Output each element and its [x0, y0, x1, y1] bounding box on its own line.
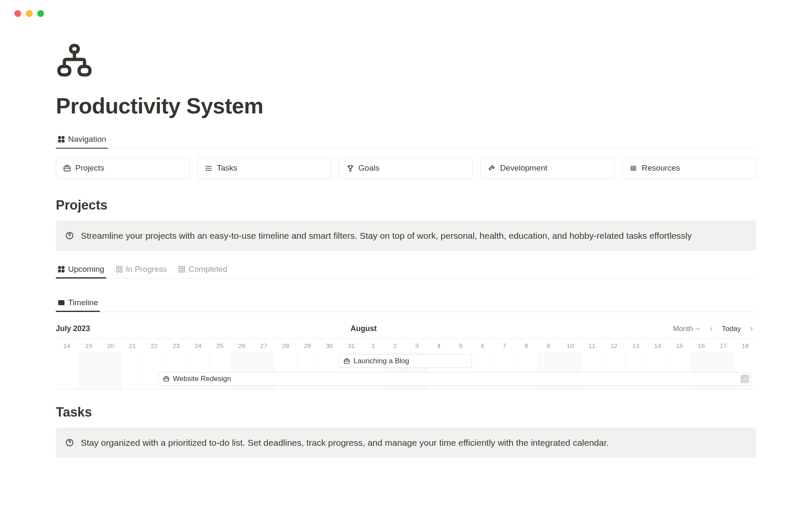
briefcase-icon	[163, 375, 170, 382]
minimize-window-button[interactable]	[26, 10, 33, 17]
help-icon	[65, 231, 74, 240]
timeline-day: 4	[428, 342, 450, 349]
timeline-header: July 2023 August Month Today	[56, 320, 756, 339]
timeline-day: 9	[538, 342, 560, 349]
timeline-day: 24	[187, 342, 209, 349]
projects-view-tabs: Upcoming In Progress Completed	[56, 261, 756, 279]
timeline-day: 19	[78, 342, 100, 349]
zoom-window-button[interactable]	[37, 10, 44, 17]
navigation-tabs: Navigation	[56, 131, 756, 149]
timeline-bar-website-redesign[interactable]: Website Redesign	[158, 372, 751, 386]
timeline-day: 31	[340, 342, 362, 349]
timeline-day: 14	[647, 342, 669, 349]
timeline-day: 28	[275, 342, 297, 349]
timeline-day: 26	[231, 342, 253, 349]
timeline-today-button[interactable]: Today	[720, 324, 743, 334]
timeline-prev-button[interactable]	[707, 325, 716, 333]
projects-heading: Projects	[56, 198, 756, 213]
timeline-day: 11	[581, 342, 603, 349]
tab-label: Upcoming	[68, 265, 104, 274]
help-icon	[65, 438, 74, 447]
tasks-callout: Stay organized with a prioritized to-do …	[56, 428, 756, 458]
timeline-day: 12	[603, 342, 625, 349]
timeline-bar-label: Launching a Blog	[354, 357, 409, 365]
nav-cards-row: Projects Tasks Goals Development Resourc…	[56, 157, 756, 179]
nav-card-label: Projects	[75, 163, 104, 173]
timeline-bar-label: Website Redesign	[173, 375, 231, 383]
tab-label: Timeline	[68, 298, 98, 307]
timeline-day: 21	[121, 342, 143, 349]
tasks-heading: Tasks	[56, 405, 756, 420]
timeline-day: 29	[296, 342, 318, 349]
nav-card-label: Resources	[642, 163, 680, 173]
tab-label: Completed	[189, 265, 228, 274]
timeline-body[interactable]: Launching a Blog Website Redesign	[56, 352, 756, 389]
timeline-day: 10	[559, 342, 581, 349]
timeline-day: 5	[450, 342, 472, 349]
tab-label: Navigation	[68, 135, 106, 144]
timeline-scale-select[interactable]: Month	[671, 324, 702, 334]
timeline-view-tabs: Timeline	[56, 295, 756, 312]
nav-card-projects[interactable]: Projects	[56, 157, 190, 179]
chevron-left-icon	[708, 326, 714, 332]
nav-card-goals[interactable]: Goals	[339, 157, 473, 179]
chevron-down-icon	[695, 326, 701, 332]
nav-card-tasks[interactable]: Tasks	[198, 157, 332, 179]
timeline-day: 15	[669, 342, 691, 349]
tab-completed[interactable]: Completed	[176, 261, 229, 278]
nav-card-label: Tasks	[217, 163, 238, 173]
page-title: Productivity System	[56, 93, 756, 119]
nav-card-resources[interactable]: Resources	[622, 157, 756, 179]
tab-label: In Progress	[126, 265, 167, 274]
timeline-next-button[interactable]	[747, 325, 756, 333]
tab-navigation[interactable]: Navigation	[56, 131, 108, 148]
page-icon[interactable]	[56, 42, 756, 81]
timeline-range-secondary: August	[351, 324, 377, 333]
timeline-day: 13	[625, 342, 647, 349]
window-traffic-lights	[0, 0, 812, 17]
nav-card-development[interactable]: Development	[480, 157, 614, 179]
timeline-day: 23	[165, 342, 187, 349]
callout-text: Streamline your projects with an easy-to…	[81, 229, 692, 243]
timeline-day-scale: 1419202122232425262728293031123456789101…	[56, 339, 756, 352]
overflow-right-icon	[741, 375, 749, 383]
timeline-day: 25	[209, 342, 231, 349]
briefcase-icon	[343, 358, 350, 364]
timeline-range-primary: July 2023	[56, 324, 90, 333]
nav-card-label: Goals	[359, 163, 380, 173]
tab-upcoming[interactable]: Upcoming	[56, 261, 106, 278]
timeline-day: 1	[362, 342, 384, 349]
timeline-day: 27	[253, 342, 275, 349]
timeline-day: 18	[734, 342, 756, 349]
timeline-day: 22	[143, 342, 165, 349]
timeline-day: 20	[100, 342, 122, 349]
timeline-day: 30	[318, 342, 340, 349]
timeline-bar-launching-a-blog[interactable]: Launching a Blog	[339, 354, 472, 368]
chevron-right-icon	[749, 326, 754, 332]
timeline-day: 7	[494, 342, 516, 349]
timeline-day: 6	[472, 342, 494, 349]
timeline-day: 17	[713, 342, 735, 349]
timeline-day: 8	[516, 342, 538, 349]
close-window-button[interactable]	[14, 10, 21, 17]
callout-text: Stay organized with a prioritized to-do …	[81, 436, 609, 450]
timeline-day: 14	[56, 342, 78, 349]
tab-timeline[interactable]: Timeline	[56, 295, 100, 312]
projects-callout: Streamline your projects with an easy-to…	[56, 221, 756, 251]
timeline-day: 16	[691, 342, 713, 349]
timeline-day: 2	[384, 342, 406, 349]
nav-card-label: Development	[500, 163, 547, 173]
timeline-day: 3	[406, 342, 428, 349]
tab-in-progress[interactable]: In Progress	[114, 261, 169, 278]
